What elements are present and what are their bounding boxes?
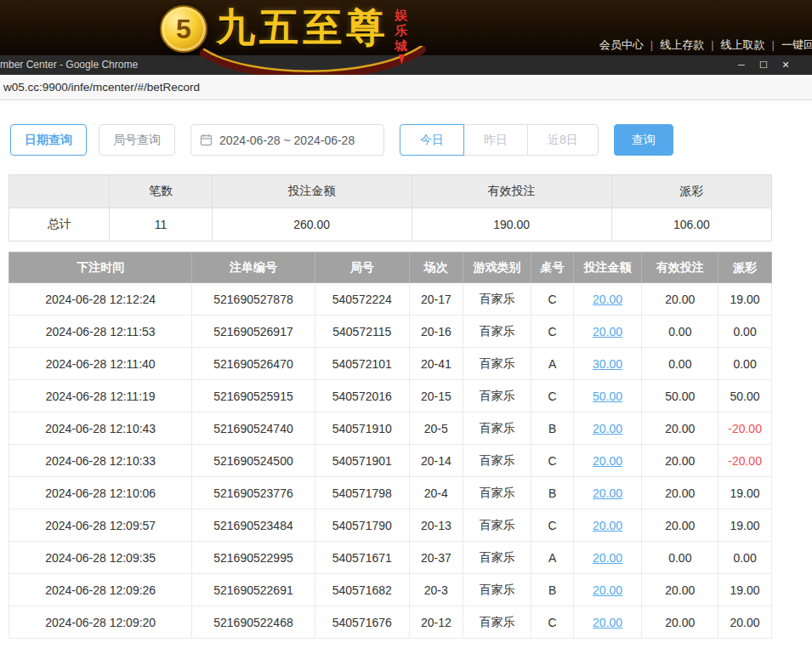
cell-round-no: 540572101	[315, 348, 409, 380]
summary-header-row: 笔数 投注金额 有效投注 派彩	[9, 175, 772, 208]
date-query-tab[interactable]: 日期查询	[10, 124, 87, 156]
table-row: 2024-06-28 12:09:20521690522468540571676…	[9, 606, 772, 639]
close-icon[interactable]: ✕	[775, 55, 797, 75]
cell-order-no: 521690522468	[192, 606, 315, 639]
cell-table-no: B	[531, 574, 573, 606]
bet-records-table: 下注时间注单编号局号场次游戏类别桌号投注金额有效投注派彩 2024-06-28 …	[9, 252, 772, 639]
url-bar[interactable]: w05.cc:9900/infe/mcenter/#/betRecord	[0, 75, 812, 100]
cell-game-type: 百家乐	[463, 574, 531, 606]
cell-order-no: 521690523484	[192, 509, 315, 542]
bet-amount-link[interactable]: 20.00	[593, 486, 622, 500]
table-row: 2024-06-28 12:10:43521690524740540571910…	[9, 412, 772, 445]
summary-total-bet-amount: 260.00	[212, 208, 412, 242]
cell-round-no: 540571790	[315, 509, 409, 542]
cell-payout: 19.00	[718, 477, 772, 509]
col-header-round-no: 局号	[315, 253, 409, 283]
cell-session: 20-5	[409, 412, 463, 445]
cell-round-no: 540572016	[315, 380, 409, 412]
table-row: 2024-06-28 12:10:06521690523776540571798…	[9, 477, 772, 509]
cell-bet-amount: 20.00	[573, 316, 642, 348]
cell-round-no: 540571682	[315, 574, 409, 606]
yesterday-button[interactable]: 昨日	[463, 124, 528, 156]
nav-separator: |	[647, 38, 656, 51]
bet-amount-link[interactable]: 50.00	[593, 390, 622, 403]
cell-table-no: C	[531, 445, 573, 477]
cell-order-no: 521690522995	[192, 542, 315, 574]
table-row: 2024-06-28 12:12:24521690527878540572224…	[9, 283, 772, 316]
cell-round-no: 540571910	[315, 412, 409, 445]
table-row: 2024-06-28 12:09:35521690522995540571671…	[9, 542, 772, 574]
cell-round-no: 540571901	[315, 445, 409, 477]
cell-session: 20-3	[409, 574, 463, 606]
cell-table-no: B	[531, 412, 573, 445]
cell-order-no: 521690523776	[192, 477, 315, 509]
cell-bet-amount: 50.00	[573, 380, 642, 412]
bet-amount-link[interactable]: 20.00	[593, 454, 622, 468]
bet-amount-link[interactable]: 20.00	[593, 616, 622, 629]
bet-amount-link[interactable]: 20.00	[593, 325, 622, 338]
cell-game-type: 百家乐	[463, 445, 531, 477]
summary-header-bet-amount: 投注金额	[212, 175, 412, 208]
cell-order-no: 521690526470	[192, 348, 315, 380]
records-header-row: 下注时间注单编号局号场次游戏类别桌号投注金额有效投注派彩	[9, 253, 772, 283]
cell-game-type: 百家乐	[463, 380, 531, 412]
nav-link-3[interactable]: 一键回收	[778, 38, 812, 51]
cell-valid-bet: 0.00	[642, 316, 718, 348]
bet-amount-link[interactable]: 30.00	[593, 357, 622, 371]
summary-table: 笔数 投注金额 有效投注 派彩 总计 11 260.00 190.00 106.…	[9, 174, 772, 242]
cell-session: 20-37	[409, 542, 463, 574]
bet-amount-link[interactable]: 20.00	[593, 583, 622, 597]
cell-game-type: 百家乐	[463, 348, 531, 380]
minimize-icon[interactable]: ─	[730, 55, 752, 75]
summary-total-payout: 106.00	[611, 208, 771, 242]
col-header-valid-bet: 有效投注	[642, 253, 718, 283]
table-row: 2024-06-28 12:11:40521690526470540572101…	[9, 348, 772, 380]
summary-header-valid-bet: 有效投注	[412, 175, 611, 208]
cell-payout: -20.00	[718, 445, 772, 477]
records-tbody: 2024-06-28 12:12:24521690527878540572224…	[9, 283, 772, 639]
cell-bet-amount: 20.00	[573, 283, 642, 316]
today-button[interactable]: 今日	[400, 124, 464, 156]
nav-link-0[interactable]: 会员中心	[596, 38, 647, 51]
logo-subtitle: 娱乐城	[395, 8, 410, 54]
cell-payout: 0.00	[718, 316, 772, 348]
date-range-value: 2024-06-28 ~ 2024-06-28	[219, 134, 355, 147]
cell-game-type: 百家乐	[463, 316, 531, 348]
col-header-table-no: 桌号	[531, 253, 573, 283]
nav-link-1[interactable]: 线上存款	[656, 38, 707, 51]
bet-amount-link[interactable]: 20.00	[593, 551, 622, 565]
bet-amount-link[interactable]: 20.00	[593, 293, 622, 306]
page-content: 日期查询 局号查询 2024-06-28 ~ 2024-06-28 今日 昨日 …	[0, 100, 812, 654]
bet-amount-link[interactable]: 20.00	[593, 422, 622, 435]
col-header-payout: 派彩	[718, 253, 772, 283]
last-8-days-button[interactable]: 近8日	[527, 124, 599, 156]
cell-session: 20-4	[409, 477, 463, 509]
cell-session: 20-15	[409, 380, 463, 412]
cell-game-type: 百家乐	[463, 542, 531, 574]
summary-header-count: 笔数	[110, 175, 212, 208]
cell-bet-amount: 20.00	[573, 606, 642, 639]
search-button[interactable]: 查询	[614, 124, 673, 156]
nav-separator: |	[769, 38, 778, 51]
cell-bet-amount: 20.00	[573, 542, 642, 574]
cell-table-no: C	[531, 283, 573, 316]
bet-amount-link[interactable]: 20.00	[593, 519, 622, 532]
cell-payout: 20.00	[718, 606, 772, 639]
cell-game-type: 百家乐	[463, 412, 531, 445]
cell-order-no: 521690522691	[192, 574, 315, 606]
cell-payout: 19.00	[718, 283, 772, 316]
quick-range-group: 今日 昨日 近8日	[400, 124, 599, 156]
cell-table-no: C	[531, 606, 573, 639]
round-query-tab[interactable]: 局号查询	[99, 124, 175, 156]
cell-valid-bet: 20.00	[642, 574, 718, 606]
cell-valid-bet: 20.00	[642, 606, 718, 639]
cell-game-type: 百家乐	[463, 283, 531, 316]
table-row: 2024-06-28 12:09:26521690522691540571682…	[9, 574, 772, 606]
cell-bet-time: 2024-06-28 12:11:53	[9, 316, 192, 348]
col-header-bet-time: 下注时间	[9, 253, 192, 283]
cell-order-no: 521690526917	[192, 316, 315, 348]
nav-link-2[interactable]: 线上取款	[718, 38, 769, 51]
filter-bar: 日期查询 局号查询 2024-06-28 ~ 2024-06-28 今日 昨日 …	[10, 124, 812, 156]
date-range-input[interactable]: 2024-06-28 ~ 2024-06-28	[190, 124, 384, 156]
maximize-icon[interactable]: ☐	[752, 55, 775, 75]
